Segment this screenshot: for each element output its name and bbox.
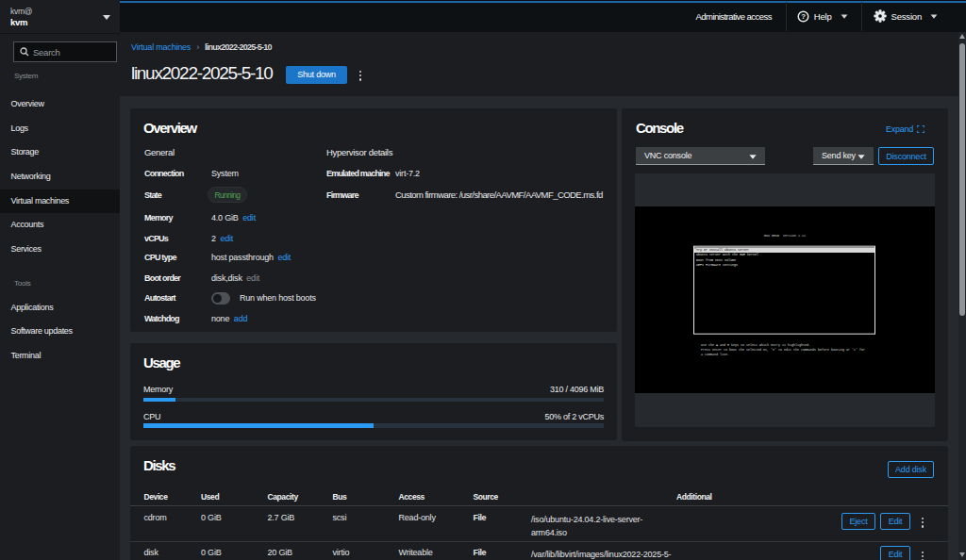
svg-text:?: ? (801, 12, 806, 21)
